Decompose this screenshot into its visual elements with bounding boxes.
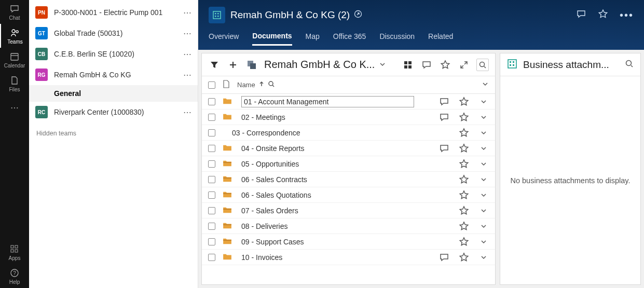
sort-asc-icon[interactable] (258, 81, 265, 89)
document-row[interactable]: 09 - Support Cases (202, 234, 495, 250)
row-menu-icon[interactable] (480, 207, 487, 214)
row-comment-icon[interactable] (439, 252, 449, 263)
document-row[interactable]: 01 - Account Management (202, 94, 495, 109)
team-more-icon[interactable]: ⋯ (183, 8, 191, 18)
row-checkbox[interactable] (208, 207, 215, 214)
tab-office-365[interactable]: Office 365 (333, 28, 366, 45)
team-more-icon[interactable]: ⋯ (183, 29, 191, 38)
row-menu-icon[interactable] (480, 223, 487, 230)
tab-overview[interactable]: Overview (209, 28, 239, 45)
document-row[interactable]: 05 - Opportunities (202, 156, 495, 172)
tab-documents[interactable]: Documents (252, 28, 292, 46)
team-more-icon[interactable]: ⋯ (183, 107, 191, 117)
row-star-icon[interactable] (459, 159, 469, 169)
rail-files[interactable]: Files (0, 72, 29, 95)
header-chat-icon[interactable] (576, 9, 586, 21)
team-row[interactable]: CB C.E.B. Berlin SE (10020) ⋯ (29, 44, 198, 64)
document-name: 06 - Sales Contracts (241, 175, 414, 184)
popout-icon[interactable] (354, 10, 362, 20)
search-icon[interactable] (476, 59, 489, 71)
team-channel-general[interactable]: General (29, 85, 198, 102)
column-menu-icon[interactable] (482, 80, 489, 89)
main-header: Remah GmbH & Co KG (2) ••• OverviewDocum… (198, 0, 644, 50)
team-row[interactable]: GT Global Trade (50031) ⋯ (29, 23, 198, 44)
row-comment-icon[interactable] (439, 143, 449, 154)
row-checkbox[interactable] (208, 129, 215, 136)
team-more-icon[interactable]: ⋯ (183, 70, 191, 80)
row-menu-icon[interactable] (480, 238, 487, 245)
document-row[interactable]: 06 - Sales Quotations (202, 187, 495, 203)
copy-icon[interactable] (245, 59, 258, 71)
filter-icon[interactable] (208, 59, 221, 71)
row-checkbox[interactable] (208, 145, 215, 152)
row-star-icon[interactable] (459, 205, 469, 216)
row-comment-icon[interactable] (439, 97, 449, 107)
document-row[interactable]: 02 - Meetings (202, 109, 495, 125)
row-checkbox[interactable] (208, 238, 215, 245)
document-row[interactable]: 10 - Invoices (202, 250, 495, 265)
grid-view-icon[interactable] (402, 59, 414, 71)
row-menu-icon[interactable] (480, 254, 487, 261)
document-row[interactable]: 08 - Deliveries (202, 218, 495, 234)
rail-chat[interactable]: Chat (0, 0, 29, 24)
row-checkbox[interactable] (208, 254, 215, 261)
document-name-input[interactable]: 01 - Account Management (241, 96, 414, 107)
rail-teams[interactable]: Teams (0, 24, 29, 48)
rail-more[interactable]: ⋯ (0, 95, 29, 119)
row-checkbox[interactable] (208, 114, 215, 121)
tab-related[interactable]: Related (428, 28, 453, 45)
team-row[interactable]: PN P-3000-N001 - Electric Pump 001 ⋯ (29, 2, 198, 23)
row-checkbox[interactable] (208, 98, 215, 105)
team-row[interactable]: RG Remah GmbH & Co KG ⋯ (29, 64, 198, 85)
rail-apps[interactable]: Apps (0, 240, 29, 264)
breadcrumb[interactable]: Remah GmbH & Co K... (264, 59, 375, 71)
row-star-icon[interactable] (459, 97, 469, 107)
row-menu-icon[interactable] (480, 160, 487, 168)
row-star-icon[interactable] (459, 112, 469, 122)
hidden-teams[interactable]: Hidden teams (29, 122, 198, 144)
favorite-icon[interactable] (439, 59, 451, 71)
header-star-icon[interactable] (598, 9, 608, 21)
rail-calendar[interactable]: Calendar (0, 48, 29, 72)
row-menu-icon[interactable] (480, 98, 487, 105)
row-star-icon[interactable] (459, 221, 469, 231)
document-row[interactable]: 04 - Onsite Reports (202, 141, 495, 156)
attachments-search-icon[interactable] (625, 59, 634, 71)
row-menu-icon[interactable] (480, 129, 487, 136)
expand-icon[interactable] (458, 59, 470, 71)
team-more-icon[interactable]: ⋯ (183, 49, 191, 59)
row-menu-icon[interactable] (480, 176, 487, 183)
row-comment-icon[interactable] (439, 112, 449, 122)
row-checkbox[interactable] (208, 191, 215, 199)
tab-discussion[interactable]: Discussion (379, 28, 415, 45)
comment-icon[interactable] (420, 59, 433, 71)
row-star-icon[interactable] (459, 128, 469, 138)
row-star-icon[interactable] (459, 174, 469, 185)
team-row[interactable]: RC Riverpark Center (1000830) ⋯ (29, 102, 198, 122)
row-star-icon[interactable] (459, 143, 469, 154)
row-checkbox[interactable] (208, 223, 215, 230)
svg-line-25 (272, 85, 274, 87)
row-checkbox[interactable] (208, 160, 215, 168)
document-row[interactable]: 03 - Correspondence (202, 125, 495, 141)
row-star-icon[interactable] (459, 252, 469, 263)
rail-help[interactable]: ? Help (0, 264, 29, 288)
document-row[interactable]: 07 - Sales Orders (202, 203, 495, 218)
header-more-icon[interactable]: ••• (620, 9, 634, 21)
row-menu-icon[interactable] (480, 114, 487, 121)
tab-map[interactable]: Map (306, 28, 320, 45)
row-star-icon[interactable] (459, 237, 469, 247)
row-menu-icon[interactable] (480, 191, 487, 199)
add-icon[interactable] (227, 59, 239, 71)
select-all-checkbox[interactable] (208, 81, 215, 89)
document-row[interactable]: 06 - Sales Contracts (202, 172, 495, 187)
svg-rect-11 (215, 13, 216, 15)
rail-calendar-label: Calendar (4, 63, 25, 68)
name-column-header[interactable]: Name (237, 81, 255, 89)
column-search-icon[interactable] (268, 80, 275, 89)
row-menu-icon[interactable] (480, 145, 487, 152)
type-column-icon[interactable] (223, 80, 230, 90)
row-checkbox[interactable] (208, 176, 215, 183)
breadcrumb-dropdown-icon[interactable] (379, 59, 386, 71)
row-star-icon[interactable] (459, 190, 469, 200)
